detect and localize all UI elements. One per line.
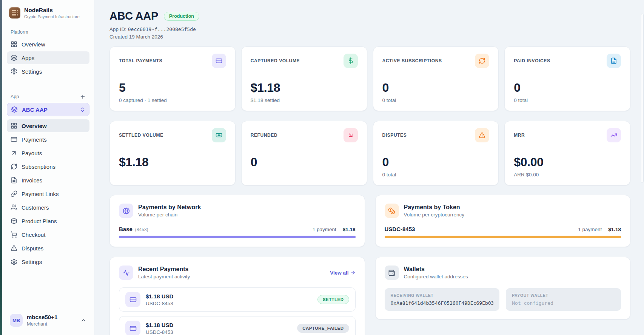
sidebar-item-checkout[interactable]: Checkout	[7, 228, 89, 241]
sidebar-item-disputes[interactable]: Disputes	[7, 242, 89, 255]
vertical-scrollbar[interactable]	[641, 14, 644, 183]
credit-card-icon	[212, 54, 226, 68]
stat-sub: 0 total	[382, 172, 490, 178]
network-amount: $1.18	[343, 227, 356, 232]
token-row: USDC-8453 1 payment $1.18	[385, 226, 621, 232]
panel-subtitle: Latest payment activity	[138, 274, 190, 279]
network-payments-count: 1 payment	[313, 227, 336, 232]
payments-list: $1.18 USD USDC-8453 SETTLED $1.18 USD US…	[119, 287, 356, 335]
sidebar-item-settings[interactable]: Settings	[7, 255, 89, 268]
receiving-wallet-address: 0xAa81f641d4b3546F05260F49DEc69Eb0314c…	[391, 300, 494, 306]
payment-token: USDC-8453	[146, 329, 173, 335]
sidebar-item-payment-links[interactable]: Payment Links	[7, 187, 89, 200]
stat-value: $1.18	[119, 155, 226, 169]
alert-triangle-icon	[475, 128, 489, 142]
app-id-label: App ID:	[109, 26, 126, 32]
stat-sub	[119, 172, 226, 178]
gear-icon	[11, 258, 17, 265]
sidebar-item-product-plans[interactable]: Product Plans	[7, 215, 89, 227]
sidebar-item-subscriptions[interactable]: Subscriptions	[7, 160, 89, 173]
trending-up-icon	[607, 128, 621, 142]
coins-icon	[385, 204, 399, 218]
sidebar-item-platform-overview[interactable]: Overview	[7, 38, 89, 51]
app-selector[interactable]: ABC AAP	[7, 103, 89, 116]
stat-label: MRR	[514, 133, 525, 138]
stat-value: 0	[382, 155, 490, 169]
layers-icon	[11, 54, 17, 61]
brand: NodeRails Crypto Payment Infrastructure	[9, 7, 87, 19]
sidebar-item-label: Disputes	[22, 245, 43, 252]
payments-by-network-panel: Payments by Network Volume per chain Bas…	[109, 195, 365, 247]
sidebar-item-platform-settings[interactable]: Settings	[7, 65, 89, 78]
view-all-link[interactable]: View all	[330, 270, 355, 276]
page-title: ABC AAP	[109, 10, 158, 22]
stat-card-captured-volume: CAPTURED VOLUME $1.18 $1.18 settled	[241, 46, 367, 111]
users-icon	[11, 204, 17, 211]
layout-grid-icon	[11, 122, 17, 129]
payment-row[interactable]: $1.18 USD USDC-8453 SETTLED	[119, 287, 356, 312]
gear-icon	[11, 68, 17, 75]
sidebar-item-payouts[interactable]: Payouts	[7, 147, 89, 159]
layers-icon	[11, 106, 18, 113]
stat-card-disputes: DISPUTES 0 0 total	[373, 121, 499, 185]
user-menu[interactable]: MB mbcse50+1 Merchant	[7, 312, 89, 329]
arrow-up-right-icon	[11, 150, 17, 156]
sidebar-item-invoices[interactable]: Invoices	[7, 174, 89, 187]
link-icon	[11, 190, 17, 197]
brand-tagline: Crypto Payment Infrastructure	[24, 14, 80, 19]
add-app-button[interactable]	[80, 94, 86, 100]
sidebar-item-customers[interactable]: Customers	[7, 201, 89, 214]
sidebar-item-label: Overview	[22, 41, 45, 48]
network-name: Base	[119, 226, 132, 232]
panel-title: Wallets	[404, 266, 468, 273]
sidebar-item-label: Customers	[22, 204, 49, 211]
stat-label: SETTLED VOLUME	[119, 133, 163, 138]
credit-card-icon	[11, 136, 17, 143]
payment-amount: $1.18 USD	[146, 293, 173, 299]
sidebar-item-overview[interactable]: Overview	[7, 119, 89, 132]
token-payments-count: 1 payment	[578, 227, 602, 232]
payout-wallet-value: Not configured	[512, 300, 615, 306]
stat-label: TOTAL PAYMENTS	[119, 58, 162, 63]
payout-wallet-box: PAYOUT WALLET Not configured	[506, 288, 621, 311]
panel-title: Payments by Token	[404, 204, 465, 211]
wallets-panel: Wallets Configured wallet addresses RECE…	[375, 257, 631, 320]
stat-card-mrr: MRR $0.00 ARR $0.00	[504, 121, 630, 185]
credit-card-icon	[125, 321, 140, 335]
brand-name: NodeRails	[24, 7, 80, 14]
sidebar: NodeRails Crypto Payment Infrastructure …	[2, 0, 94, 335]
sidebar-item-label: Payments	[22, 136, 47, 143]
stat-sub: 0 total	[382, 97, 490, 104]
stat-label: PAID INVOICES	[514, 58, 550, 63]
token-name: USDC-8453	[385, 226, 415, 232]
payment-token: USDC-8453	[146, 301, 173, 306]
sidebar-item-label: Apps	[22, 55, 34, 61]
status-badge: CAPTURE_FAILED	[297, 324, 349, 333]
stat-value: $1.18	[251, 81, 358, 95]
globe-icon	[119, 204, 133, 218]
token-amount: $1.18	[608, 227, 621, 232]
stat-card-active-subscriptions: ACTIVE SUBSCRIPTIONS 0 0 total	[373, 46, 499, 111]
panel-subtitle: Volume per chain	[138, 212, 201, 218]
environment-badge: Production	[164, 12, 199, 21]
sidebar-item-payments[interactable]: Payments	[7, 133, 89, 146]
sidebar-item-label: Payouts	[22, 150, 42, 156]
receiving-wallet-box: RECEIVING WALLET 0xAa81f641d4b3546F05260…	[385, 288, 500, 311]
sidebar-item-label: Product Plans	[22, 218, 57, 224]
arrow-down-right-icon	[344, 128, 358, 142]
network-row: Base (8453) 1 payment $1.18	[119, 226, 356, 232]
stat-value: 0	[514, 81, 621, 95]
sidebar-item-apps[interactable]: Apps	[7, 51, 89, 64]
network-volume-bar	[119, 236, 356, 238]
payment-row[interactable]: $1.18 USD USDC-8453 CAPTURE_FAILED	[119, 316, 356, 335]
status-badge: SETTLED	[317, 295, 349, 304]
chevron-right-icon	[350, 270, 356, 275]
panel-subtitle: Volume per cryptocurrency	[404, 212, 465, 218]
sidebar-item-label: Settings	[22, 259, 42, 265]
network-chain-id: (8453)	[135, 227, 148, 232]
stat-card-settled-volume: SETTLED VOLUME $1.18	[109, 121, 236, 185]
noderails-logo-icon	[9, 7, 20, 19]
user-role: Merchant	[27, 321, 57, 327]
credit-card-icon	[125, 292, 140, 307]
created-date: Created 19 March 2026	[109, 34, 630, 40]
